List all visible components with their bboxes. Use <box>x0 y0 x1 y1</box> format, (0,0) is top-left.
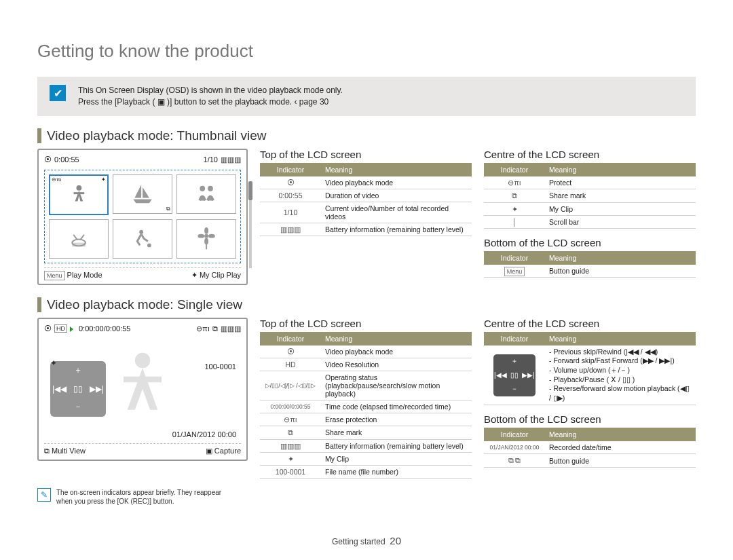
minus-icon[interactable]: － <box>69 398 87 416</box>
ind-cell: ⧉ ⧉ <box>484 454 545 468</box>
mean-cell: Current video/Number of total recorded v… <box>321 202 472 223</box>
manual-page: Getting to know the product ✔ This On Sc… <box>0 0 733 560</box>
thumb-right-col: Centre of the LCD screen IndicatorMeanin… <box>484 149 696 278</box>
soccer-icon <box>122 225 163 252</box>
th-indicator: Indicator <box>484 251 545 265</box>
footnote: ✎ The on-screen indicators appear briefl… <box>37 488 696 506</box>
page-title: Getting to know the product <box>37 41 696 62</box>
control-pad-icon: ＋ |◀◀▯▯▶▶| － <box>493 354 535 396</box>
th-meaning: Meaning <box>321 163 472 176</box>
hd-icon: HD <box>54 324 67 333</box>
mean-cell: Erase protection <box>321 413 472 426</box>
thumbnail[interactable] <box>176 174 236 214</box>
ind-cell: ⧉ <box>484 189 545 202</box>
footer-page-number: 20 <box>390 535 401 546</box>
battery-icon: ▥▥▥ <box>221 324 241 333</box>
mean-cell: Time code (elapsed time/recorded time) <box>321 400 472 413</box>
sailboat-icon <box>122 181 163 207</box>
th-indicator: Indicator <box>484 163 545 176</box>
myclip-play-label: My Clip Play <box>200 271 241 279</box>
scrollbar-knob[interactable] <box>248 181 252 200</box>
ind-cell: 01/JAN/2012 00:00 <box>484 441 545 454</box>
drums-icon <box>58 225 99 252</box>
count-text: 1/10 <box>204 155 218 164</box>
page-footer: Getting started 20 <box>0 535 733 546</box>
th-indicator: Indicator <box>484 332 545 346</box>
thumbnail[interactable]: ⧉ <box>113 174 172 214</box>
note-line1: This On Screen Display (OSD) is shown in… <box>78 86 343 95</box>
th-meaning: Meaning <box>545 163 696 176</box>
thumbnail[interactable] <box>113 219 172 259</box>
prev-skip-icon[interactable]: |◀◀ <box>50 379 69 398</box>
footer-section-label: Getting started <box>332 537 386 546</box>
mean-cell: Button guide <box>545 265 696 278</box>
dancer-icon <box>59 181 99 208</box>
mean-cell: Share mark <box>545 189 696 202</box>
ind-cell: 1/10 <box>260 202 321 223</box>
mean-cell: Operating status (playback/pause/search/… <box>321 371 472 400</box>
ind-cell: ▷/▯▯/◁|/|▷ /◁▯/▯▷ <box>260 371 321 400</box>
thumb-top-table: IndicatorMeaning ⦿Video playback mode 0:… <box>260 163 472 236</box>
pause-icon[interactable]: ▯▯ <box>69 379 87 398</box>
ind-cell: ▥▥▥ <box>260 223 321 236</box>
timecode: 0:00:00/0:00:55 <box>79 324 130 333</box>
mean-cell: Duration of video <box>321 189 472 202</box>
mean-cell: Recorded date/time <box>545 441 696 454</box>
ind-cell: 0:00:00/0:00:55 <box>260 400 321 413</box>
pencil-icon: ✎ <box>37 488 51 502</box>
svg-rect-4 <box>72 242 86 246</box>
th-meaning: Meaning <box>545 428 696 441</box>
multiview-label: Multi View <box>52 447 86 455</box>
protect-icon: ⊖πı <box>196 324 210 333</box>
ind-cell: │ <box>484 215 545 228</box>
plus-icon[interactable]: ＋ <box>69 361 87 379</box>
ind-cell: ✦ <box>484 202 545 215</box>
capture-label: Capture <box>214 447 241 455</box>
ind-cell: ✦ <box>260 452 321 465</box>
duration-text: 0:00:55 <box>54 155 79 164</box>
ind-cell: 100-0001 <box>260 465 321 478</box>
subhead-top: Top of the LCD screen <box>260 149 472 160</box>
subhead-bottom: Bottom of the LCD screen <box>484 413 696 425</box>
th-meaning: Meaning <box>321 332 472 346</box>
section-heading-thumb: Video playback mode: Thumbnail view <box>37 128 696 143</box>
ind-cell: ⦿ <box>260 346 321 358</box>
single-right-col: Centre of the LCD screen IndicatorMeanin… <box>484 318 696 468</box>
thumb-bottom-table: IndicatorMeaning MenuButton guide <box>484 251 696 278</box>
ind-cell: Menu <box>504 267 525 276</box>
single-bottom-table: IndicatorMeaning 01/JAN/2012 00:00Record… <box>484 428 696 468</box>
th-indicator: Indicator <box>260 163 321 176</box>
mean-cell: - Previous skip/Rewind (|◀◀ / ◀◀) - Forw… <box>545 346 696 405</box>
control-pad[interactable]: ＋ |◀◀▯▯▶▶| － <box>50 361 106 417</box>
th-meaning: Meaning <box>545 332 696 346</box>
menu-button-icon[interactable]: Menu <box>44 271 65 280</box>
svg-point-8 <box>204 227 208 234</box>
thumbnail[interactable] <box>176 219 236 259</box>
ind-cell: HD <box>260 358 321 371</box>
svg-point-5 <box>139 230 143 234</box>
scrollbar[interactable] <box>249 181 252 268</box>
file-number: 100-0001 <box>205 362 237 371</box>
thumbnail-selected[interactable]: ⊖πı ✦ <box>49 174 109 215</box>
multiview-icon: ⧉ <box>44 447 50 455</box>
thumb-top-col: Top of the LCD screen IndicatorMeaning ⦿… <box>260 149 472 236</box>
single-top-col: Top of the LCD screen IndicatorMeaning ⦿… <box>260 318 472 479</box>
thumbnail-grid: ⊖πı ✦ ⧉ <box>44 170 241 263</box>
playback-icon: ▣ <box>157 97 165 107</box>
video-mode-icon: ⦿ <box>44 155 52 164</box>
svg-point-11 <box>208 234 215 238</box>
thumb-row: ⦿ 0:00:55 1/10 ▥▥▥ ⊖πı ✦ ⧉ <box>37 149 696 285</box>
mean-cell: Battery information (remaining battery l… <box>321 439 472 452</box>
myclip-small-icon: ✦ <box>191 271 198 279</box>
svg-point-12 <box>135 352 150 367</box>
myclip-icon: ✦ <box>101 176 106 183</box>
section-heading-single: Video playback mode: Single view <box>37 297 696 312</box>
mean-cell: File name (file number) <box>321 465 472 478</box>
single-row: ⦿ HD 0:00:00/0:00:55 ⊖πı ⧉ ▥▥▥ ✦ ＋ |◀◀▯▯… <box>37 318 696 479</box>
svg-point-1 <box>200 186 205 191</box>
info-note: ✔ This On Screen Display (OSD) is shown … <box>37 77 696 116</box>
next-skip-icon[interactable]: ▶▶| <box>88 379 106 398</box>
svg-point-2 <box>208 186 213 191</box>
thumbnail[interactable] <box>49 219 109 259</box>
subhead-top: Top of the LCD screen <box>260 318 472 329</box>
